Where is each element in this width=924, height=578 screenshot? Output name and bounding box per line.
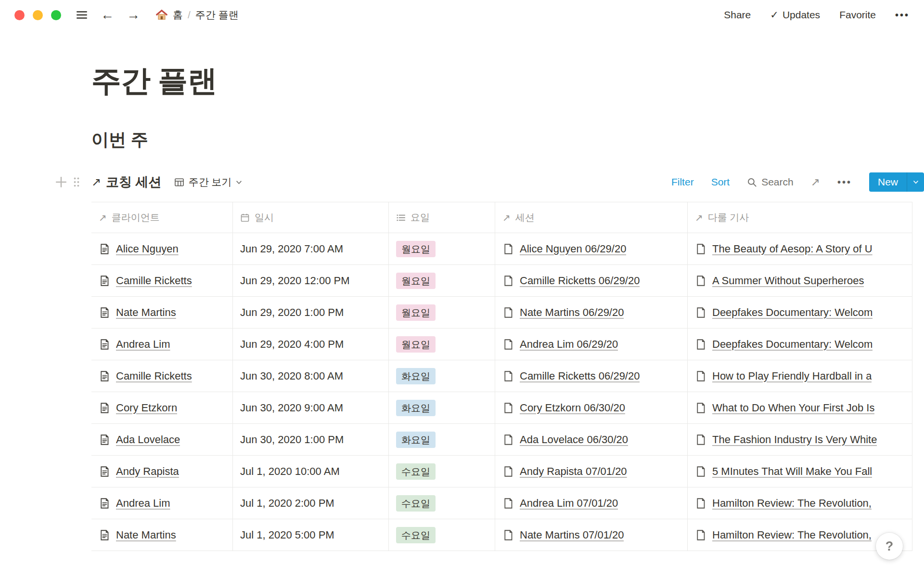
more-icon[interactable]: ••• — [895, 10, 910, 21]
cell-client[interactable]: Ada Lovelace — [91, 424, 233, 455]
collection-title[interactable]: ↗ 코칭 세션 — [91, 173, 162, 191]
cell-client[interactable]: Nate Martins — [91, 519, 233, 551]
cell-datetime[interactable]: Jun 29, 2020 7:00 AM — [233, 233, 389, 264]
cell-session[interactable]: Andy Rapista 07/01/20 — [495, 456, 688, 487]
cell-session[interactable]: Camille Ricketts 06/29/20 — [495, 265, 688, 296]
cell-day[interactable]: 월요일 — [389, 328, 495, 360]
cell-datetime[interactable]: Jun 29, 2020 12:00 PM — [233, 265, 389, 296]
collection-more-icon[interactable]: ••• — [837, 177, 852, 188]
client-link[interactable]: Andy Rapista — [116, 465, 179, 478]
cell-session[interactable]: Ada Lovelace 06/30/20 — [495, 424, 688, 455]
client-link[interactable]: Ada Lovelace — [116, 434, 180, 446]
article-link[interactable]: Deepfakes Documentary: Welcom — [712, 306, 873, 319]
view-selector[interactable]: 주간 보기 — [174, 175, 243, 189]
session-link[interactable]: Andrea Lim 07/01/20 — [520, 497, 618, 510]
cell-client[interactable]: Andrea Lim — [91, 328, 233, 360]
article-link[interactable]: 5 MInutes That Will Make You Fall — [712, 465, 872, 478]
cell-session[interactable]: Camille Ricketts 06/29/20 — [495, 360, 688, 392]
breadcrumb-home[interactable]: 홈 — [173, 8, 183, 22]
cell-article[interactable]: Deepfakes Documentary: Welcom — [688, 328, 912, 360]
cell-day[interactable]: 수요일 — [389, 487, 495, 519]
client-link[interactable]: Nate Martins — [116, 306, 176, 319]
cell-article[interactable]: Hamilton Review: The Revolution, — [688, 487, 912, 519]
new-button[interactable]: New — [869, 172, 924, 192]
cell-day[interactable]: 월요일 — [389, 297, 495, 328]
session-link[interactable]: Alice Nguyen 06/29/20 — [520, 243, 626, 255]
favorite-button[interactable]: Favorite — [839, 9, 876, 21]
client-link[interactable]: Nate Martins — [116, 529, 176, 541]
session-link[interactable]: Camille Ricketts 06/29/20 — [520, 370, 640, 382]
session-link[interactable]: Andrea Lim 06/29/20 — [520, 338, 618, 351]
back-icon[interactable]: ← — [101, 8, 114, 22]
cell-article[interactable]: What to Do When Your First Job Is — [688, 392, 912, 423]
search-button[interactable]: Search — [747, 176, 794, 188]
minimize-window-button[interactable] — [33, 10, 43, 20]
article-link[interactable]: Hamilton Review: The Revolution, — [712, 497, 872, 510]
cell-client[interactable]: Andy Rapista — [91, 456, 233, 487]
cell-datetime[interactable]: Jun 30, 2020 1:00 PM — [233, 424, 389, 455]
session-link[interactable]: Nate Martins 07/01/20 — [520, 529, 624, 541]
updates-button[interactable]: ✓ Updates — [770, 9, 820, 21]
cell-session[interactable]: Nate Martins 07/01/20 — [495, 519, 688, 551]
zoom-window-button[interactable] — [51, 10, 61, 20]
article-link[interactable]: How to Play Friendly Hardball in a — [712, 370, 872, 382]
cell-day[interactable]: 수요일 — [389, 456, 495, 487]
cell-client[interactable]: Andrea Lim — [91, 487, 233, 519]
forward-icon[interactable]: → — [127, 8, 140, 22]
add-block-icon[interactable] — [55, 176, 67, 188]
column-header-datetime[interactable]: 일시 — [233, 202, 389, 233]
cell-datetime[interactable]: Jun 30, 2020 8:00 AM — [233, 360, 389, 392]
cell-day[interactable]: 월요일 — [389, 265, 495, 296]
cell-session[interactable]: Cory Etzkorn 06/30/20 — [495, 392, 688, 423]
cell-day[interactable]: 월요일 — [389, 233, 495, 264]
client-link[interactable]: Camille Ricketts — [116, 370, 192, 382]
cell-client[interactable]: Alice Nguyen — [91, 233, 233, 264]
new-button-chevron-icon[interactable] — [907, 172, 924, 192]
cell-session[interactable]: Nate Martins 06/29/20 — [495, 297, 688, 328]
article-link[interactable]: The Beauty of Aesop: A Story of U — [712, 243, 873, 255]
session-link[interactable]: Ada Lovelace 06/30/20 — [520, 434, 628, 446]
drag-handle-icon[interactable] — [73, 177, 80, 187]
cell-article[interactable]: 5 MInutes That Will Make You Fall — [688, 456, 912, 487]
cell-article[interactable]: A Summer Without Superheroes — [688, 265, 912, 296]
cell-datetime[interactable]: Jun 30, 2020 9:00 AM — [233, 392, 389, 423]
column-header-day[interactable]: 요일 — [389, 202, 495, 233]
share-button[interactable]: Share — [724, 9, 751, 21]
cell-session[interactable]: Andrea Lim 07/01/20 — [495, 487, 688, 519]
sidebar-toggle-icon[interactable] — [76, 9, 88, 21]
cell-session[interactable]: Andrea Lim 06/29/20 — [495, 328, 688, 360]
article-link[interactable]: The Fashion Industry Is Very White — [712, 434, 877, 446]
client-link[interactable]: Andrea Lim — [116, 497, 170, 510]
cell-session[interactable]: Alice Nguyen 06/29/20 — [495, 233, 688, 264]
cell-client[interactable]: Nate Martins — [91, 297, 233, 328]
breadcrumb-current[interactable]: 주간 플랜 — [195, 8, 239, 22]
cell-datetime[interactable]: Jul 1, 2020 5:00 PM — [233, 519, 389, 551]
help-button[interactable]: ? — [876, 533, 903, 560]
cell-datetime[interactable]: Jun 29, 2020 1:00 PM — [233, 297, 389, 328]
filter-button[interactable]: Filter — [671, 176, 694, 188]
client-link[interactable]: Cory Etzkorn — [116, 402, 177, 414]
cell-article[interactable]: The Beauty of Aesop: A Story of U — [688, 233, 912, 264]
article-link[interactable]: What to Do When Your First Job Is — [712, 402, 874, 414]
cell-day[interactable]: 수요일 — [389, 519, 495, 551]
cell-article[interactable]: How to Play Friendly Hardball in a — [688, 360, 912, 392]
cell-datetime[interactable]: Jul 1, 2020 10:00 AM — [233, 456, 389, 487]
article-link[interactable]: Deepfakes Documentary: Welcom — [712, 338, 873, 351]
client-link[interactable]: Alice Nguyen — [116, 243, 179, 255]
session-link[interactable]: Andy Rapista 07/01/20 — [520, 465, 627, 478]
article-link[interactable]: A Summer Without Superheroes — [712, 275, 864, 287]
cell-day[interactable]: 화요일 — [389, 360, 495, 392]
cell-client[interactable]: Camille Ricketts — [91, 265, 233, 296]
close-window-button[interactable] — [14, 10, 25, 20]
column-header-client[interactable]: ↗ 클라이언트 — [91, 202, 233, 233]
cell-datetime[interactable]: Jul 1, 2020 2:00 PM — [233, 487, 389, 519]
column-header-article[interactable]: ↗ 다룰 기사 — [688, 202, 912, 233]
cell-article[interactable]: The Fashion Industry Is Very White — [688, 424, 912, 455]
column-header-session[interactable]: ↗ 세션 — [495, 202, 688, 233]
session-link[interactable]: Nate Martins 06/29/20 — [520, 306, 624, 319]
cell-article[interactable]: Deepfakes Documentary: Welcom — [688, 297, 912, 328]
client-link[interactable]: Camille Ricketts — [116, 275, 192, 287]
sort-button[interactable]: Sort — [711, 176, 730, 188]
cell-day[interactable]: 화요일 — [389, 392, 495, 423]
expand-icon[interactable]: ↗ — [811, 176, 820, 189]
